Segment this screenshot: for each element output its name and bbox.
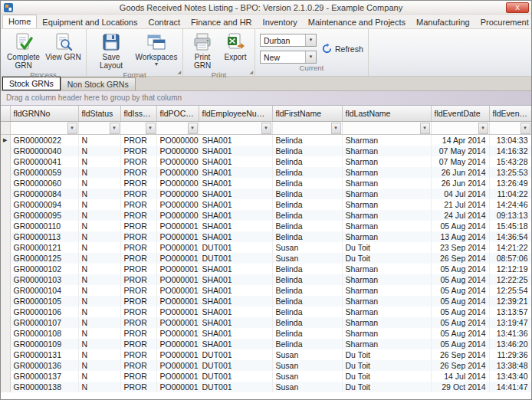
cell-fldeventtim[interactable]: 13:43:40 [489, 371, 531, 382]
cell-fldfirstname[interactable]: Susan [272, 360, 342, 371]
cell-fldpocode[interactable]: PO00000109 [156, 307, 199, 317]
cell-fldeventdate[interactable]: 05 Aug 2014 [431, 264, 489, 274]
cell-fldemployeenumber[interactable]: DUT001 [199, 253, 272, 264]
cell-fldgrnno[interactable]: GR00000107 [10, 317, 78, 328]
cell-fldeventdate[interactable]: 23 Sep 2014 [431, 242, 489, 253]
ribbon-tab-manufacturing[interactable]: Manufacturing [411, 16, 475, 28]
cell-fldfirstname[interactable]: Belinda [272, 296, 342, 307]
cell-fldgrnno[interactable]: GR00000106 [10, 307, 78, 317]
cell-fldemployeenumber[interactable]: SHA001 [199, 178, 272, 189]
cell-fldissuere-[interactable]: PROR [120, 349, 156, 360]
grid-row[interactable]: GR00000108NPRORPO00000110SHA001BelindaSh… [1, 328, 531, 339]
cell-fldeventtim[interactable]: 08:57:06 [489, 253, 531, 264]
cell-fldgrnno[interactable]: GR00000102 [10, 264, 78, 274]
cell-fldeventdate[interactable]: 26 Sep 2014 [431, 253, 489, 264]
column-header-fldeventtim[interactable]: fldEventTim [489, 106, 531, 121]
filter-dropdown-icon[interactable]: ▼ [261, 123, 271, 134]
column-header-fldemployeenumber[interactable]: fldEmployeeNumber [199, 106, 272, 121]
cell-fldissuere-[interactable]: PROR [120, 371, 156, 382]
cell-fldgrnno[interactable]: GR00000060 [10, 178, 78, 189]
cell-fldlastname[interactable]: Sharman [342, 328, 431, 339]
cell-fldemployeenumber[interactable]: DUT001 [199, 360, 272, 371]
cell-fldpocode[interactable]: PO00000110 [156, 317, 199, 328]
print-grn-button[interactable]: Print GRN [187, 31, 218, 70]
cell-fldgrnno[interactable]: GR00000125 [10, 253, 78, 264]
cell-fldgrnno[interactable]: GR00000131 [10, 349, 78, 360]
cell-fldemployeenumber[interactable]: SHA001 [199, 189, 272, 199]
cell-fldstatus[interactable]: N [78, 221, 120, 231]
cell-fldfirstname[interactable]: Belinda [272, 199, 342, 210]
grid-row[interactable]: GR00000095NPRORPO00000098SHA001BelindaSh… [1, 210, 531, 221]
cell-fldlastname[interactable]: Sharman [342, 274, 431, 285]
cell-fldeventdate[interactable]: 29 Oct 2014 [431, 382, 489, 392]
export-button[interactable]: Export [220, 31, 251, 62]
cell-fldlastname[interactable]: Sharman [342, 210, 431, 221]
column-header-fldissuere-[interactable]: fldIssueRe... [120, 106, 156, 121]
cell-fldeventdate[interactable]: 07 May 2014 [431, 156, 489, 167]
complete-grn-button[interactable]: Complete GRN [5, 31, 42, 70]
cell-fldstatus[interactable]: N [78, 253, 120, 264]
cell-fldemployeenumber[interactable]: SHA001 [199, 307, 272, 317]
cell-fldissuere-[interactable]: PROR [120, 285, 156, 296]
cell-fldlastname[interactable]: Sharman [342, 156, 431, 167]
cell-fldgrnno[interactable]: GR00000095 [10, 210, 78, 221]
cell-fldeventdate[interactable]: 05 Aug 2014 [431, 274, 489, 285]
filter-cell-fldfirstname[interactable]: ▼ [272, 121, 342, 134]
cell-fldlastname[interactable]: Sharman [342, 146, 431, 156]
cell-fldeventtim[interactable]: 12:25:54 [489, 285, 531, 296]
cell-fldfirstname[interactable]: Susan [272, 253, 342, 264]
grid-row[interactable]: GR00000136NPRORPO00000129DUT001SusanDu T… [1, 360, 531, 371]
cell-fldfirstname[interactable]: Belinda [272, 317, 342, 328]
cell-fldstatus[interactable]: N [78, 317, 120, 328]
grid-row[interactable]: GR00000106NPRORPO00000109SHA001BelindaSh… [1, 307, 531, 317]
cell-fldgrnno[interactable]: GR00000104 [10, 285, 78, 296]
cell-fldfirstname[interactable]: Susan [272, 371, 342, 382]
refresh-button[interactable]: Refresh [321, 43, 363, 54]
cell-fldgrnno[interactable]: GR00000084 [10, 189, 78, 199]
cell-fldemployeenumber[interactable]: SHA001 [199, 274, 272, 285]
cell-fldissuere-[interactable]: PROR [120, 296, 156, 307]
cell-fldgrnno[interactable]: GR00000040 [10, 146, 78, 156]
grid-row[interactable]: GR00000138NPRORPO00000150DUT001SusanDu T… [1, 382, 531, 392]
cell-fldlastname[interactable]: Sharman [342, 189, 431, 199]
cell-fldgrnno[interactable]: GR00000105 [10, 296, 78, 307]
cell-fldeventdate[interactable]: 13 Aug 2014 [431, 231, 489, 242]
filter-cell-fldemployeenumber[interactable]: ▼ [199, 121, 272, 134]
cell-fldpocode[interactable]: PO00000061 [156, 189, 199, 199]
cell-fldissuere-[interactable]: PROR [120, 253, 156, 264]
cell-fldemployeenumber[interactable]: SHA001 [199, 199, 272, 210]
cell-fldeventtim[interactable]: 14:41:47 [489, 382, 531, 392]
filter-cell-fldissuere-[interactable]: ▼ [120, 121, 156, 134]
cell-fldeventdate[interactable]: 05 Aug 2014 [431, 221, 489, 231]
cell-fldstatus[interactable]: N [78, 210, 120, 221]
cell-fldemployeenumber[interactable]: SHA001 [199, 317, 272, 328]
status-combobox[interactable]: New ▼ [260, 51, 317, 64]
cell-fldeventtim[interactable]: 14:24:46 [489, 199, 531, 210]
cell-fldissuere-[interactable]: PROR [120, 242, 156, 253]
cell-fldemployeenumber[interactable]: SHA001 [199, 210, 272, 221]
cell-fldissuere-[interactable]: PROR [120, 307, 156, 317]
cell-fldpocode[interactable]: PO00000129 [156, 360, 199, 371]
cell-fldlastname[interactable]: Sharman [342, 264, 431, 274]
cell-fldeventtim[interactable]: 11:29:36 [489, 349, 531, 360]
cell-fldissuere-[interactable]: PROR [120, 146, 156, 156]
cell-fldissuere-[interactable]: PROR [120, 274, 156, 285]
cell-fldeventdate[interactable]: 05 Aug 2014 [431, 285, 489, 296]
cell-fldeventtim[interactable]: 13:13:57 [489, 307, 531, 317]
cell-fldlastname[interactable]: Sharman [342, 221, 431, 231]
cell-fldstatus[interactable]: N [78, 285, 120, 296]
cell-fldissuere-[interactable]: PROR [120, 189, 156, 199]
cell-fldgrnno[interactable]: GR00000136 [10, 360, 78, 371]
cell-fldfirstname[interactable]: Belinda [272, 210, 342, 221]
cell-fldissuere-[interactable]: PROR [120, 317, 156, 328]
cell-fldeventtim[interactable]: 12:12:19 [489, 264, 531, 274]
cell-fldlastname[interactable]: Du Toit [342, 349, 431, 360]
grid-row[interactable]: GR00000040NPRORPO00000041SHA001BelindaSh… [1, 146, 531, 156]
cell-fldgrnno[interactable]: GR00000137 [10, 371, 78, 382]
cell-fldemployeenumber[interactable]: SHA001 [199, 296, 272, 307]
grid-row[interactable]: GR00000060NPRORPO00000057SHA001BelindaSh… [1, 178, 531, 189]
filter-dropdown-icon[interactable]: ▼ [188, 123, 198, 134]
cell-fldstatus[interactable]: N [78, 189, 120, 199]
group-by-panel[interactable]: Drag a column header here to group by th… [1, 91, 531, 106]
cell-fldeventtim[interactable]: 15:45:18 [489, 221, 531, 231]
